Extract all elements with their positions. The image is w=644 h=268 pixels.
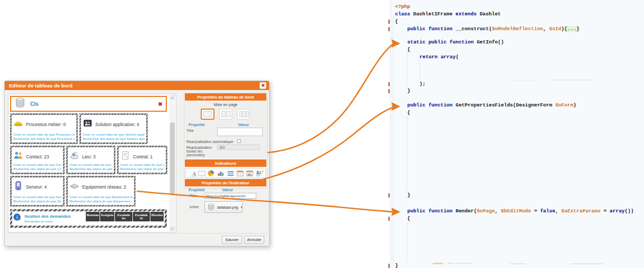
tile-action-link[interactable]: Créer un nouvel objet de type Lieu (69, 163, 112, 167)
title-label: Titre (186, 128, 217, 132)
auto-refresh-checkbox[interactable] (237, 139, 241, 143)
dashboard-editor-dialog: Editeur de tableau de bord ✖ CIs ✖ Proce… (4, 81, 270, 246)
code-line: public function Render($oPage, $bEditMod… (395, 209, 634, 214)
scrollbar-thumb[interactable] (170, 122, 175, 195)
layout-three-columns-icon[interactable] (237, 109, 251, 120)
code-line: { (395, 19, 398, 24)
layout-options (184, 108, 267, 122)
faded-code (510, 263, 526, 264)
tile-action-link[interactable]: Créer un nouvel objet de type Processus … (13, 133, 75, 137)
dashlet-tile[interactable]: Contrat: 1Créer un nouvel objet de type … (117, 146, 167, 174)
indent-guide (407, 220, 407, 263)
tile-action-link[interactable]: Créer un nouvel objet de type Contrat (120, 163, 164, 167)
dialog-title: Editeur de tableau de bord (9, 83, 73, 88)
remove-dashlet-icon[interactable]: ✖ (158, 101, 163, 107)
cancel-button[interactable]: Annuler (244, 236, 264, 244)
code-line: ); (395, 82, 425, 87)
dashlet-gestion-demandes[interactable]: i Gestion des demandes Demandes en cours… (10, 209, 167, 228)
tile-action-link[interactable]: Créer un nouvel objet de type Serveur (13, 195, 61, 200)
tile-title: Processus métier: 0 (26, 122, 66, 127)
dialog-close-icon[interactable]: ✖ (260, 82, 266, 89)
dashlet-cis-header[interactable]: CIs ✖ (10, 96, 167, 112)
dashlet-tile[interactable]: Contact: 23Créer un nouvel objet de type… (10, 146, 65, 174)
indent-guide (407, 114, 407, 192)
arrow-icon-to-getpropertiesfields (264, 108, 392, 179)
col-value-label: Valeur (238, 123, 249, 127)
code-line: { (395, 216, 410, 221)
tile-action-link[interactable]: Créer un nouvel objet de type Solution a… (83, 133, 145, 137)
properties-panel: Propriétés du tableau de bord Mise en pa… (184, 92, 267, 189)
dashlet-tile[interactable]: Serveur: 4Créer un nouvel objet de type … (10, 176, 65, 207)
icon-dropdown[interactable]: database.png ▼ (204, 201, 243, 213)
layout-one-column-icon[interactable] (201, 109, 214, 120)
demandes-col-header: Escalade tto (115, 212, 132, 221)
groupby-table-icon[interactable] (236, 169, 244, 177)
demandes-value: - (150, 221, 164, 226)
tile-action-link[interactable]: Rechercher des objets de type Solution a… (83, 137, 145, 141)
code-line: { (395, 110, 410, 115)
iframe-icon[interactable] (197, 169, 205, 177)
tile-title: Contrat: 1 (133, 154, 153, 159)
scroll-up-icon[interactable]: ▲ (169, 95, 175, 100)
dashboard-tiles-viewport: CIs ✖ Processus métier: 0Créer un nouvel… (8, 94, 176, 233)
badge-icon[interactable]: 4 (255, 169, 264, 177)
tile-action-link[interactable]: Rechercher des objets de type Serveur (13, 200, 61, 204)
dashboard-props-header: Propriétés du tableau de bord (184, 93, 267, 101)
layout-label: Mise en page (184, 101, 267, 108)
php-code-panel: <?phpclass DashletIFrame extends Dashlet… (390, 0, 644, 268)
dashboard-title-input[interactable] (217, 128, 263, 136)
code-line: class DashletIFrame extends Dashlet (395, 12, 501, 17)
bar-chart-icon[interactable] (217, 169, 225, 177)
chevron-down-icon: ▼ (240, 206, 243, 209)
svg-text:A: A (191, 169, 195, 176)
tile-action-link[interactable]: Rechercher des objets de type Contact (13, 167, 61, 172)
tile-action-link[interactable]: Rechercher des objets de type Lieu (69, 167, 112, 172)
code-line: public function GetPropertiesFields(Desi… (395, 103, 576, 108)
tile-action-link[interactable]: Rechercher des objets de type Processus … (13, 137, 75, 141)
dashlet-tile[interactable]: Lieu: 3Créer un nouvel objet de type Lie… (66, 146, 115, 174)
svg-text:4: 4 (262, 171, 263, 173)
solution-icon (83, 118, 93, 130)
dashlet-tile[interactable]: Processus métier: 0Créer un nouvel objet… (10, 113, 78, 144)
text-icon[interactable]: A (187, 169, 196, 177)
tile-title: Lieu: 3 (82, 154, 96, 159)
dialog-titlebar[interactable]: Editeur de tableau de bord ✖ (5, 81, 269, 90)
dashlet-tile[interactable]: Equipement réseau: 2Créer un nouvel obje… (66, 176, 136, 207)
tile-action-link[interactable]: Créer un nouvel objet de type Equipement… (69, 195, 132, 200)
indicator-title-input[interactable] (204, 193, 256, 199)
tiles-scrollbar[interactable]: ▲ ▼ (169, 95, 175, 231)
database-icon (14, 97, 26, 111)
save-button[interactable]: Sauver (222, 236, 242, 244)
code-line: <?php (395, 4, 410, 10)
layout-two-columns-icon[interactable] (219, 109, 232, 120)
tile-action-link[interactable]: Créer un nouvel objet de type Contact (13, 163, 61, 167)
code-line: static public function GetInfo() (395, 40, 504, 45)
indent-guide (393, 16, 393, 265)
groupby-chart-icon[interactable] (246, 169, 254, 177)
tile-title: Serveur: 4 (26, 184, 47, 190)
pie-chart-icon[interactable] (207, 169, 216, 177)
indent-guide (419, 59, 420, 81)
col-value-label: Valeur (222, 188, 233, 192)
tile-action-link[interactable]: Rechercher des objets de type Contrat (120, 167, 164, 172)
contract-icon (120, 150, 130, 163)
faded-code (433, 263, 443, 264)
code-line: } (395, 88, 410, 94)
list-icon[interactable] (226, 169, 235, 177)
info-icon: i (13, 213, 22, 224)
tile-title: Solution applicative: 4 (95, 122, 139, 127)
indicator-title-label: Titre (186, 193, 204, 198)
demandes-link[interactable]: Demandes en cours (24, 220, 80, 223)
tile-action-link[interactable]: Rechercher des objets de type Equipement… (69, 200, 132, 204)
demandes-col-header: Nouveau (86, 212, 100, 221)
scroll-down-icon[interactable]: ▼ (169, 226, 175, 231)
code-line: return array( (395, 55, 459, 60)
demandes-value: - (115, 221, 132, 226)
code-line: { (395, 47, 410, 52)
faded-code (550, 79, 591, 81)
dashlet-title: CIs (30, 101, 39, 107)
demandes-value: - (100, 221, 114, 226)
indicator-props-header: Propriétés de l'Indicateur (184, 178, 267, 187)
dashlet-tile[interactable]: Solution applicative: 4Créer un nouvel o… (79, 113, 148, 144)
refresh-interval-input[interactable] (217, 145, 260, 150)
